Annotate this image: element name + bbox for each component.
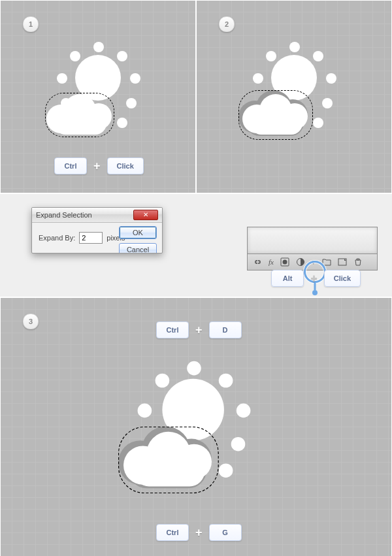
key-click[interactable]: Click	[324, 270, 361, 287]
fx-icon[interactable]: fx	[269, 258, 274, 266]
sun-ray	[143, 437, 157, 451]
sun-ray	[70, 51, 80, 61]
step-badge-1: 1	[23, 16, 39, 32]
plus-icon: +	[195, 526, 203, 540]
shortcut-alt-click: Alt + Click	[271, 270, 361, 287]
shortcut-ctrl-click: Ctrl + Click	[54, 157, 144, 174]
sun-ray	[219, 463, 233, 478]
step-panel-3: 3 Ctrl + D Ctrl + G	[0, 297, 392, 556]
plus-icon: +	[195, 323, 203, 337]
key-g[interactable]: G	[209, 524, 242, 541]
sun-ray	[253, 73, 263, 84]
cloud-shape	[46, 91, 114, 135]
sun-ray	[117, 51, 127, 61]
expand-by-input[interactable]	[79, 232, 103, 244]
sun-ray	[57, 73, 67, 84]
sun-ray	[237, 404, 251, 418]
sun-ray	[126, 98, 137, 108]
sun-ray	[313, 51, 323, 61]
dialog-title: Expand Selection	[36, 211, 92, 219]
cancel-button[interactable]: Cancel	[119, 243, 157, 253]
sun-core	[162, 379, 224, 441]
selection-marquee	[45, 93, 114, 137]
sun-ray	[266, 51, 276, 61]
key-ctrl[interactable]: Ctrl	[156, 321, 189, 338]
sun-core	[75, 55, 121, 101]
key-click[interactable]: Click	[107, 157, 144, 174]
expand-selection-dialog: Expand Selection ✕ Expand By: pixels OK …	[31, 207, 163, 253]
step-badge-3: 3	[23, 314, 39, 329]
sun-ray	[257, 98, 267, 108]
step-badge-2: 2	[219, 16, 235, 32]
cloud-shape	[123, 428, 215, 486]
layers-panel-footer: fx ▾	[247, 227, 378, 270]
sun-ray	[326, 73, 336, 84]
sun-ray	[117, 118, 127, 128]
key-ctrl[interactable]: Ctrl	[156, 524, 189, 541]
mask-icon[interactable]	[280, 257, 289, 267]
shortcut-ctrl-g: Ctrl + G	[156, 524, 242, 541]
sun-ray	[313, 118, 323, 128]
panels-top-row: 1 Ctrl + Click 2	[0, 0, 392, 193]
sun-ray	[130, 73, 140, 84]
selection-marquee-expanded	[238, 90, 313, 140]
layers-panel-bg	[247, 227, 378, 253]
shortcut-ctrl-d: Ctrl + D	[156, 321, 242, 338]
selection-marquee-expanded	[118, 427, 219, 494]
dialog-titlebar[interactable]: Expand Selection ✕	[32, 208, 162, 223]
cloud-expanded-outline	[122, 427, 218, 490]
step-panel-2: 2	[196, 0, 392, 193]
plus-icon: +	[93, 159, 101, 173]
sun-ray	[93, 42, 104, 52]
new-layer-icon[interactable]	[338, 257, 347, 267]
sun-ray	[289, 42, 300, 52]
sun-ray	[231, 437, 246, 451]
svg-point-1	[282, 260, 287, 265]
sun-ray	[155, 374, 170, 388]
link-icon[interactable]	[253, 257, 262, 267]
middle-strip: Expand Selection ✕ Expand By: pixels OK …	[0, 193, 392, 297]
key-d[interactable]: D	[209, 321, 242, 338]
close-icon[interactable]: ✕	[133, 210, 158, 220]
sun-ray	[61, 98, 71, 108]
sun-ray	[187, 361, 201, 376]
key-ctrl[interactable]: Ctrl	[54, 157, 87, 174]
sun-core	[271, 55, 317, 101]
cloud-shape	[242, 91, 310, 135]
trash-icon[interactable]	[353, 257, 363, 267]
cloud-expanded-outline	[241, 90, 313, 137]
expand-by-label: Expand By:	[39, 234, 75, 242]
sun-ray	[322, 98, 333, 108]
key-alt[interactable]: Alt	[271, 270, 304, 287]
adjustment-icon[interactable]	[296, 257, 305, 267]
plus-icon: +	[310, 272, 318, 286]
sun-ray	[219, 374, 233, 388]
ok-button[interactable]: OK	[119, 226, 157, 239]
step-panel-1: 1 Ctrl + Click	[0, 0, 196, 193]
sun-ray	[138, 404, 152, 418]
